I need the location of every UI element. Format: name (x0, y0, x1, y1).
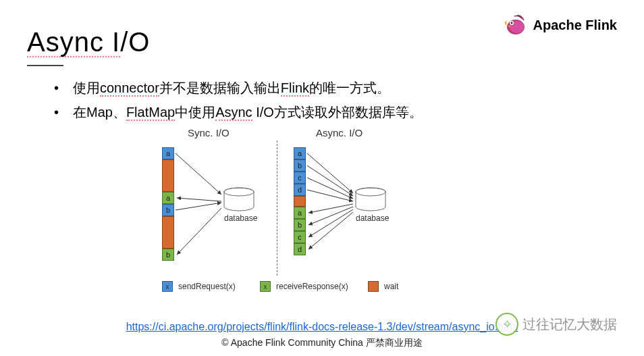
svg-line-19 (308, 212, 353, 249)
database-label: database (356, 213, 389, 223)
sync-queue: a a b b (162, 147, 174, 261)
box-recv-a: a (294, 207, 306, 219)
sync-arrows (174, 147, 228, 269)
box-send-a: a (294, 147, 306, 159)
wechat-icon: ✧ (495, 313, 518, 336)
svg-line-9 (177, 208, 221, 255)
legend-recv-label: receiveResponse(x) (276, 282, 348, 291)
bullet-1: 使用connector并不是数据输入输出Flink的唯一方式。 (54, 76, 423, 100)
brand-text: Apache Flink (533, 18, 617, 33)
text: 并不是数据输入输出 (159, 80, 281, 95)
legend-wait: wait (368, 281, 398, 292)
divider (277, 141, 277, 276)
svg-line-6 (176, 153, 221, 195)
svg-line-16 (308, 204, 353, 213)
svg-line-12 (307, 153, 353, 193)
box-send-c: c (294, 172, 306, 184)
box-wait (294, 196, 306, 207)
legend-recv: x receiveResponse(x) (260, 281, 348, 292)
flink-logo-icon (502, 14, 527, 36)
word-async: Async (215, 105, 252, 121)
box-send-b: b (162, 204, 174, 216)
word-connector: connector (100, 81, 159, 97)
async-queue: a b c d a b c d (294, 147, 306, 255)
label-async: Async. I/O (316, 127, 363, 138)
box-recv-b: b (294, 219, 306, 231)
svg-line-18 (308, 209, 353, 237)
brand-header: Apache Flink (502, 14, 617, 36)
text: 使用 (73, 80, 100, 95)
bullet-2: 在Map、FlatMap中使用Async I/O方式读取外部数据库等。 (54, 100, 423, 124)
svg-line-7 (177, 198, 221, 201)
legend-send: x sendRequest(x) (162, 281, 236, 292)
word-flink: Flink (281, 81, 309, 97)
title-suffix: /O (120, 27, 150, 57)
copyright-footer: © Apache Flink Community China 严禁商业用途 (0, 337, 644, 349)
svg-point-3 (510, 22, 512, 24)
svg-line-8 (176, 203, 221, 210)
legend-box-icon: x (162, 281, 173, 292)
box-send-d: d (294, 184, 306, 196)
reference-link[interactable]: https://ci.apache.org/projects/flink/fli… (126, 321, 518, 332)
legend-send-label: sendRequest(x) (178, 282, 236, 291)
box-recv-c: c (294, 231, 306, 243)
legend-box-icon: x (260, 281, 271, 292)
box-recv-d: d (294, 243, 306, 255)
label-sync: Sync. I/O (188, 127, 230, 138)
box-send-b: b (294, 159, 306, 172)
text: 的唯一方式。 (309, 80, 390, 95)
title-underline (27, 65, 63, 66)
bullet-list: 使用connector并不是数据输入输出Flink的唯一方式。 在Map、Fla… (54, 76, 423, 124)
async-arrows (306, 147, 360, 269)
legend-box-icon (368, 281, 379, 292)
box-recv-b: b (162, 249, 174, 261)
text: 在Map、 (73, 105, 126, 120)
box-recv-a: a (162, 192, 174, 204)
database-label: database (224, 213, 257, 223)
box-send-a: a (162, 147, 174, 159)
text: 中使用 (175, 105, 215, 120)
slide-title: Async I/O (27, 27, 150, 57)
word-flatmap: FlatMap (126, 105, 175, 121)
async-io-diagram: Sync. I/O Async. I/O a a b b database a … (149, 127, 459, 296)
box-wait (162, 159, 174, 192)
legend-wait-label: wait (384, 282, 398, 291)
watermark: ✧ 过往记忆大数据 (495, 313, 617, 336)
watermark-text: 过往记忆大数据 (522, 315, 617, 334)
box-wait (162, 216, 174, 249)
text: I/O方式读取外部数据库等。 (252, 105, 423, 120)
title-word-async: Async I (27, 28, 120, 57)
svg-line-17 (308, 207, 353, 225)
